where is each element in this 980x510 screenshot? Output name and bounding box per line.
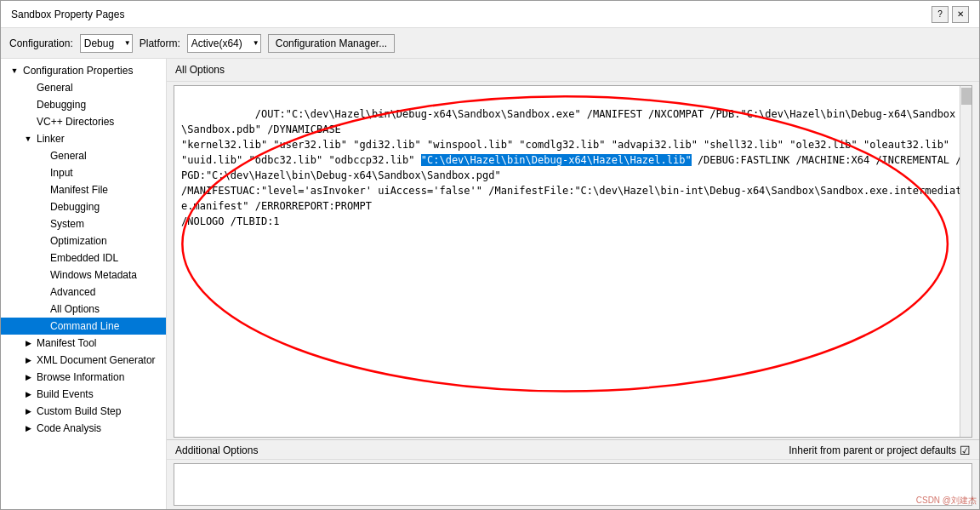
- inherit-label: Inherit from parent or project defaults …: [789, 444, 971, 457]
- xml-doc-expand: ▶: [21, 353, 35, 367]
- tree-item-build-events[interactable]: ▶ Build Events: [1, 386, 166, 403]
- tree-item-linker-general[interactable]: ▶ General: [1, 147, 166, 164]
- linker-general-label: General: [50, 150, 87, 162]
- highlighted-text: "C:\dev\Hazel\bin\Debug-x64\Hazel\Hazel.…: [421, 154, 692, 166]
- tree-item-vc-directories[interactable]: ▶ VC++ Directories: [1, 113, 166, 130]
- tree-item-manifest-file[interactable]: ▶ Manifest File: [1, 181, 166, 198]
- scrollbar-thumb[interactable]: [961, 88, 971, 105]
- browse-info-label: Browse Information: [37, 371, 124, 383]
- manifest-tool-expand: ▶: [21, 336, 35, 350]
- tree-item-windows-metadata[interactable]: ▶ Windows Metadata: [1, 266, 166, 284]
- inherit-checkbox[interactable]: ☑: [960, 444, 971, 457]
- help-button[interactable]: ?: [932, 6, 949, 23]
- linker-input-label: Input: [50, 167, 73, 179]
- xml-doc-label: XML Document Generator: [37, 354, 156, 366]
- config-select-wrapper[interactable]: Debug ▼: [80, 34, 133, 53]
- tree-item-manifest-tool[interactable]: ▶ Manifest Tool: [1, 335, 166, 352]
- config-properties-expand-icon: ▼: [8, 64, 21, 77]
- browse-info-expand: ▶: [21, 370, 35, 384]
- main-text-area[interactable]: /OUT:"C:\dev\Hazel\bin\Debug-x64\Sandbox…: [174, 85, 972, 438]
- tree-item-config-properties[interactable]: ▼ Configuration Properties: [1, 62, 166, 79]
- additional-textarea[interactable]: [174, 463, 972, 506]
- content-panel: All Options /OUT:"C:\dev\Hazel\bin\Debug…: [167, 59, 979, 509]
- tree-item-command-line[interactable]: ▶ Command Line: [1, 318, 166, 335]
- config-properties-label: Configuration Properties: [23, 65, 133, 77]
- tree-item-linker[interactable]: ▼ Linker: [1, 130, 166, 147]
- tree-item-advanced[interactable]: ▶ Advanced: [1, 284, 166, 301]
- build-events-expand: ▶: [21, 387, 35, 401]
- advanced-label: Advanced: [50, 286, 95, 298]
- tree-item-debugging[interactable]: ▶ Debugging: [1, 96, 166, 113]
- code-analysis-label: Code Analysis: [37, 422, 101, 434]
- optimization-label: Optimization: [50, 235, 107, 247]
- tree-item-linker-input[interactable]: ▶ Input: [1, 164, 166, 181]
- manifest-file-label: Manifest File: [50, 184, 108, 196]
- tree-item-browse-information[interactable]: ▶ Browse Information: [1, 369, 166, 386]
- tree-item-optimization[interactable]: ▶ Optimization: [1, 232, 166, 249]
- tree-item-linker-debugging[interactable]: ▶ Debugging: [1, 198, 166, 215]
- window-title: Sandbox Property Pages: [11, 9, 124, 20]
- code-analysis-expand: ▶: [21, 421, 35, 435]
- all-options-label: All Options: [50, 303, 100, 315]
- content-area-wrapper: /OUT:"C:\dev\Hazel\bin\Debug-x64\Sandbox…: [167, 82, 979, 509]
- platform-label: Platform:: [140, 37, 180, 49]
- tree-item-embedded-idl[interactable]: ▶ Embedded IDL: [1, 249, 166, 266]
- text-content[interactable]: /OUT:"C:\dev\Hazel\bin\Debug-x64\Sandbox…: [174, 86, 971, 437]
- additional-options-header: Additional Options Inherit from parent o…: [167, 440, 979, 460]
- custom-build-step-expand: ▶: [21, 404, 35, 418]
- title-buttons: ? ✕: [932, 6, 969, 23]
- config-label: Configuration:: [9, 37, 73, 49]
- text-line1: /OUT:"C:\dev\Hazel\bin\Debug-x64\Sandbox…: [181, 108, 962, 227]
- tree-item-all-options[interactable]: ▶ All Options: [1, 301, 166, 318]
- config-manager-button[interactable]: Configuration Manager...: [268, 34, 395, 53]
- general-label: General: [37, 82, 73, 94]
- tree-item-custom-build-step[interactable]: ▶ Custom Build Step: [1, 403, 166, 420]
- main-content: ▼ Configuration Properties ▶ General ▶ D…: [1, 59, 979, 509]
- command-line-label: Command Line: [50, 320, 119, 332]
- tree-item-general[interactable]: ▶ General: [1, 79, 166, 96]
- tree-item-xml-doc-generator[interactable]: ▶ XML Document Generator: [1, 352, 166, 369]
- title-bar: Sandbox Property Pages ? ✕: [1, 1, 979, 28]
- platform-select[interactable]: Active(x64): [187, 34, 261, 53]
- watermark: CSDN @刘建杰: [916, 495, 977, 507]
- embedded-idl-label: Embedded IDL: [50, 252, 118, 264]
- vc-label: VC++ Directories: [37, 116, 114, 128]
- platform-select-wrapper[interactable]: Active(x64) ▼: [187, 34, 261, 53]
- vertical-scrollbar[interactable]: [960, 86, 971, 437]
- bottom-section: Additional Options Inherit from parent o…: [167, 439, 979, 509]
- manifest-tool-label: Manifest Tool: [37, 337, 96, 349]
- additional-options-label: Additional Options: [175, 444, 258, 456]
- close-button[interactable]: ✕: [952, 6, 969, 23]
- debugging-label: Debugging: [37, 99, 86, 111]
- system-label: System: [50, 218, 84, 230]
- linker-debugging-label: Debugging: [50, 201, 100, 213]
- content-header: All Options: [167, 59, 979, 82]
- tree-item-code-analysis[interactable]: ▶ Code Analysis: [1, 420, 166, 437]
- linker-label: Linker: [37, 133, 65, 145]
- sidebar: ▼ Configuration Properties ▶ General ▶ D…: [1, 59, 167, 509]
- config-select[interactable]: Debug: [80, 34, 133, 53]
- custom-build-step-label: Custom Build Step: [37, 405, 121, 417]
- toolbar: Configuration: Debug ▼ Platform: Active(…: [1, 28, 979, 59]
- windows-metadata-label: Windows Metadata: [50, 269, 137, 281]
- tree-item-system[interactable]: ▶ System: [1, 215, 166, 232]
- linker-expand: ▼: [21, 132, 35, 146]
- inherit-text: Inherit from parent or project defaults: [789, 444, 956, 456]
- build-events-label: Build Events: [37, 388, 94, 400]
- main-window: Sandbox Property Pages ? ✕ Configuration…: [0, 0, 980, 510]
